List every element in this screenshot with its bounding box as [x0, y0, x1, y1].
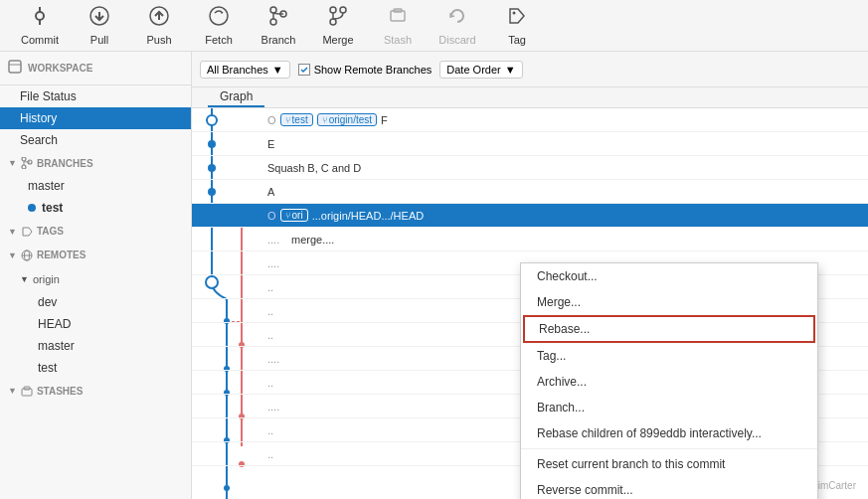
pull-icon	[88, 5, 110, 32]
ctx-rebase[interactable]: Rebase...	[523, 315, 815, 343]
commit-list: O ⑂test ⑂origin/test F E	[192, 108, 868, 499]
branch-selector-arrow: ▼	[272, 64, 283, 76]
fetch-icon	[208, 5, 230, 32]
push-icon	[148, 5, 170, 32]
commit-row[interactable]: Squash B, C and D	[192, 156, 868, 180]
graph-col	[192, 347, 261, 370]
commit-button[interactable]: Commit	[10, 2, 70, 50]
svg-rect-19	[9, 61, 21, 73]
branch-button[interactable]: Branch	[249, 2, 308, 50]
commit-row[interactable]: A	[192, 180, 868, 204]
merge-button[interactable]: Merge	[308, 2, 368, 50]
svg-point-12	[330, 7, 336, 13]
graph-col	[192, 418, 261, 441]
fetch-button[interactable]: Fetch	[189, 2, 249, 50]
ctx-rebase-interactive[interactable]: Rebase children of 899eddb interactively…	[521, 420, 817, 446]
ctx-tag[interactable]: Tag...	[521, 343, 817, 369]
pull-label: Pull	[90, 34, 108, 46]
tag-badge-origin-test: ⑂origin/test	[317, 113, 377, 126]
origin-arrow: ▼	[20, 274, 29, 284]
commit-info: O ⑂test ⑂origin/test F	[261, 113, 868, 126]
commit-row[interactable]: O ⑂test ⑂origin/test F	[192, 108, 868, 132]
remotes-icon	[21, 250, 37, 261]
date-order-arrow: ▼	[505, 64, 516, 76]
svg-point-21	[22, 157, 26, 161]
toolbar: Commit Pull Push Fetch Branch Merge St	[0, 0, 868, 52]
ctx-reverse[interactable]: Reverse commit...	[521, 477, 817, 499]
tags-icon	[21, 225, 37, 237]
merge-label: Merge	[322, 34, 353, 46]
push-button[interactable]: Push	[129, 2, 189, 50]
fetch-label: Fetch	[205, 34, 233, 46]
tag-button[interactable]: Tag	[487, 2, 547, 50]
push-label: Push	[146, 34, 171, 46]
graph-col	[192, 371, 261, 394]
sidebar-item-file-status[interactable]: File Status	[0, 85, 191, 107]
svg-point-8	[270, 7, 276, 13]
ctx-branch[interactable]: Branch...	[521, 395, 817, 420]
ctx-reset[interactable]: Reset current branch to this commit	[521, 451, 817, 477]
stashes-arrow: ▼	[8, 386, 17, 396]
content-area: All Branches ▼ Show Remote Branches Date…	[192, 52, 868, 499]
graph-col	[192, 108, 261, 131]
sidebar: WORKSPACE File Status History Search ▼ B…	[0, 52, 192, 499]
svg-point-7	[210, 7, 228, 25]
sidebar-item-remote-head[interactable]: HEAD	[0, 313, 191, 335]
sidebar-item-remote-test[interactable]: test	[0, 357, 191, 379]
svg-point-9	[270, 19, 276, 25]
commit-info: A	[261, 186, 868, 198]
show-remote-toggle[interactable]: Show Remote Branches	[298, 64, 433, 76]
ctx-divider-1	[521, 448, 817, 449]
tags-section[interactable]: ▼ TAGS	[0, 219, 191, 243]
workspace-header: WORKSPACE	[0, 52, 191, 85]
tag-label: Tag	[508, 34, 526, 46]
remotes-section[interactable]: ▼ REMOTES	[0, 244, 191, 267]
commit-info: .... merge....	[261, 234, 868, 246]
date-order-selector[interactable]: Date Order ▼	[439, 61, 522, 79]
commit-row[interactable]: .... merge....	[192, 228, 868, 251]
sidebar-item-master[interactable]: master	[0, 175, 191, 197]
stash-label: Stash	[384, 34, 412, 46]
checkbox-icon	[298, 64, 310, 76]
svg-point-14	[340, 7, 346, 13]
graph-col	[192, 251, 261, 274]
context-menu: Checkout... Merge... Rebase... Tag... Ar…	[520, 262, 818, 499]
tags-arrow: ▼	[8, 227, 17, 237]
sidebar-item-history[interactable]: History	[0, 107, 191, 129]
show-remote-label: Show Remote Branches	[314, 64, 433, 76]
tag-icon	[506, 5, 528, 32]
svg-point-18	[513, 12, 516, 15]
svg-point-47	[224, 485, 230, 491]
pull-button[interactable]: Pull	[70, 2, 129, 50]
tag-badge-test: ⑂test	[280, 113, 313, 126]
ctx-checkout[interactable]: Checkout...	[521, 263, 817, 289]
tabs-bar: Graph	[192, 87, 868, 108]
graph-col	[192, 442, 261, 465]
commit-row[interactable]: E	[192, 132, 868, 156]
content-toolbar: All Branches ▼ Show Remote Branches Date…	[192, 52, 868, 87]
graph-col	[192, 323, 261, 346]
sidebar-item-test[interactable]: test	[0, 197, 191, 219]
stashes-icon	[21, 385, 37, 397]
stashes-section[interactable]: ▼ STASHES	[0, 379, 191, 403]
graph-col	[192, 132, 261, 155]
origin-section[interactable]: ▼ origin	[0, 267, 191, 291]
graph-tab[interactable]: Graph	[208, 87, 264, 107]
ctx-archive[interactable]: Archive...	[521, 369, 817, 395]
ctx-merge[interactable]: Merge...	[521, 289, 817, 315]
svg-point-13	[330, 19, 336, 25]
branch-selector[interactable]: All Branches ▼	[200, 61, 290, 79]
sidebar-item-remote-dev[interactable]: dev	[0, 291, 191, 313]
stash-button[interactable]: Stash	[368, 2, 428, 50]
sidebar-item-search[interactable]: Search	[0, 129, 191, 151]
graph-col	[192, 228, 261, 250]
discard-button[interactable]: Discard	[428, 2, 487, 50]
graph-col	[192, 299, 261, 322]
sidebar-item-remote-master[interactable]: master	[0, 335, 191, 357]
graph-col	[192, 275, 261, 298]
branches-section[interactable]: ▼ BRANCHES	[0, 151, 191, 175]
graph-col	[192, 204, 261, 227]
graph-col	[192, 395, 261, 417]
commit-row-selected[interactable]: O ⑂ori ...origin/HEAD.../HEAD	[192, 204, 868, 228]
remotes-arrow: ▼	[8, 250, 17, 260]
